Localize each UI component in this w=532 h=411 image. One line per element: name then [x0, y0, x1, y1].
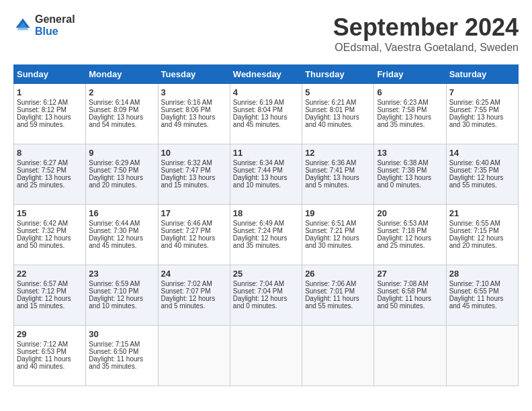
sunset-text: Sunset: 7:07 PM	[161, 287, 227, 295]
daylight-text: Daylight: 13 hours and 35 minutes.	[377, 113, 443, 128]
day-number: 7	[449, 87, 515, 97]
daylight-text: Daylight: 13 hours and 49 minutes.	[161, 113, 227, 128]
sunrise-text: Sunrise: 6:38 AM	[377, 159, 443, 167]
daylight-text: Daylight: 12 hours and 50 minutes.	[17, 234, 83, 249]
daylight-text: Daylight: 12 hours and 30 minutes.	[305, 234, 371, 249]
logo-icon	[13, 16, 32, 35]
daylight-text: Daylight: 11 hours and 55 minutes.	[305, 295, 371, 310]
day-number: 23	[89, 269, 154, 279]
sunrise-text: Sunrise: 6:12 AM	[17, 99, 83, 106]
day-number: 6	[377, 87, 443, 97]
sunset-text: Sunset: 6:55 PM	[449, 287, 515, 295]
day-number: 1	[17, 87, 83, 97]
daylight-text: Daylight: 12 hours and 20 minutes.	[449, 234, 515, 249]
calendar-cell	[230, 326, 302, 386]
calendar-cell: 11Sunrise: 6:34 AMSunset: 7:44 PMDayligh…	[230, 144, 302, 205]
calendar-table: Sunday Monday Tuesday Wednesday Thursday…	[13, 64, 519, 386]
sunrise-text: Sunrise: 7:02 AM	[161, 280, 227, 287]
calendar-cell: 19Sunrise: 6:51 AMSunset: 7:21 PMDayligh…	[302, 205, 374, 265]
day-number: 20	[377, 208, 443, 218]
sunrise-text: Sunrise: 7:06 AM	[305, 280, 371, 287]
sunset-text: Sunset: 7:12 PM	[17, 287, 83, 295]
sunset-text: Sunset: 6:53 PM	[17, 348, 83, 355]
calendar-week-1: 1Sunrise: 6:12 AMSunset: 8:12 PMDaylight…	[14, 84, 519, 144]
day-number: 16	[89, 208, 154, 218]
daylight-text: Daylight: 13 hours and 59 minutes.	[17, 113, 83, 128]
sunset-text: Sunset: 7:27 PM	[161, 227, 227, 234]
logo-general: General	[35, 13, 75, 26]
calendar-cell: 9Sunrise: 6:29 AMSunset: 7:50 PMDaylight…	[86, 144, 158, 205]
daylight-text: Daylight: 12 hours and 40 minutes.	[161, 234, 227, 249]
day-number: 19	[305, 208, 371, 218]
calendar-cell: 8Sunrise: 6:27 AMSunset: 7:52 PMDaylight…	[14, 144, 86, 205]
calendar-cell	[374, 326, 446, 386]
sunrise-text: Sunrise: 6:27 AM	[17, 159, 83, 167]
sunrise-text: Sunrise: 6:42 AM	[17, 220, 83, 227]
sunrise-text: Sunrise: 6:40 AM	[449, 159, 515, 167]
day-number: 17	[161, 208, 227, 218]
sunrise-text: Sunrise: 6:32 AM	[161, 159, 227, 167]
sunset-text: Sunset: 7:35 PM	[449, 167, 515, 174]
sunrise-text: Sunrise: 6:59 AM	[89, 280, 154, 287]
calendar-cell: 1Sunrise: 6:12 AMSunset: 8:12 PMDaylight…	[14, 84, 86, 144]
daylight-text: Daylight: 12 hours and 5 minutes.	[161, 295, 227, 310]
calendar-cell: 29Sunrise: 7:12 AMSunset: 6:53 PMDayligh…	[14, 326, 86, 386]
day-number: 30	[89, 329, 154, 339]
day-number: 27	[377, 269, 443, 279]
header-sunday: Sunday	[14, 65, 86, 84]
day-number: 21	[449, 208, 515, 218]
calendar-cell	[302, 326, 374, 386]
calendar-cell: 30Sunrise: 7:15 AMSunset: 6:50 PMDayligh…	[86, 326, 158, 386]
logo-blue: Blue	[35, 26, 75, 38]
calendar-week-2: 8Sunrise: 6:27 AMSunset: 7:52 PMDaylight…	[14, 144, 519, 205]
sunrise-text: Sunrise: 6:36 AM	[305, 159, 371, 167]
sunset-text: Sunset: 8:06 PM	[161, 106, 227, 113]
sunrise-text: Sunrise: 6:51 AM	[305, 220, 371, 227]
calendar-cell: 14Sunrise: 6:40 AMSunset: 7:35 PMDayligh…	[446, 144, 518, 205]
calendar-cell: 4Sunrise: 6:19 AMSunset: 8:04 PMDaylight…	[230, 84, 302, 144]
calendar-cell: 12Sunrise: 6:36 AMSunset: 7:41 PMDayligh…	[302, 144, 374, 205]
daylight-text: Daylight: 13 hours and 5 minutes.	[305, 174, 371, 189]
calendar-cell	[158, 326, 230, 386]
sunset-text: Sunset: 8:12 PM	[17, 106, 83, 113]
daylight-text: Daylight: 11 hours and 50 minutes.	[377, 295, 443, 310]
sunrise-text: Sunrise: 6:34 AM	[233, 159, 299, 167]
calendar-cell: 15Sunrise: 6:42 AMSunset: 7:32 PMDayligh…	[14, 205, 86, 265]
daylight-text: Daylight: 13 hours and 15 minutes.	[161, 174, 227, 189]
calendar-cell: 7Sunrise: 6:25 AMSunset: 7:55 PMDaylight…	[446, 84, 518, 144]
calendar-cell: 23Sunrise: 6:59 AMSunset: 7:10 PMDayligh…	[86, 265, 158, 326]
day-number: 11	[233, 148, 299, 158]
daylight-text: Daylight: 13 hours and 30 minutes.	[449, 113, 515, 128]
day-number: 4	[233, 87, 299, 97]
calendar-week-3: 15Sunrise: 6:42 AMSunset: 7:32 PMDayligh…	[14, 205, 519, 265]
day-number: 9	[89, 148, 154, 158]
daylight-text: Daylight: 13 hours and 54 minutes.	[89, 113, 154, 128]
day-number: 22	[17, 269, 83, 279]
sunrise-text: Sunrise: 7:08 AM	[377, 280, 443, 287]
calendar-cell: 10Sunrise: 6:32 AMSunset: 7:47 PMDayligh…	[158, 144, 230, 205]
sunrise-text: Sunrise: 6:57 AM	[17, 280, 83, 287]
header-friday: Friday	[374, 65, 446, 84]
daylight-text: Daylight: 13 hours and 10 minutes.	[233, 174, 299, 189]
sunrise-text: Sunrise: 6:14 AM	[89, 99, 154, 106]
location: OEdsmal, Vaestra Goetaland, Sweden	[333, 42, 519, 54]
page-header: General Blue September 2024 OEdsmal, Vae…	[13, 13, 519, 54]
sunrise-text: Sunrise: 6:16 AM	[161, 99, 227, 106]
sunrise-text: Sunrise: 6:21 AM	[305, 99, 371, 106]
calendar-week-5: 29Sunrise: 7:12 AMSunset: 6:53 PMDayligh…	[14, 326, 519, 386]
daylight-text: Daylight: 13 hours and 0 minutes.	[377, 174, 443, 189]
daylight-text: Daylight: 12 hours and 35 minutes.	[233, 234, 299, 249]
daylight-text: Daylight: 11 hours and 35 minutes.	[89, 355, 154, 370]
sunset-text: Sunset: 7:44 PM	[233, 167, 299, 174]
daylight-text: Daylight: 11 hours and 40 minutes.	[17, 355, 83, 370]
daylight-text: Daylight: 13 hours and 40 minutes.	[305, 113, 371, 128]
daylight-text: Daylight: 12 hours and 10 minutes.	[89, 295, 154, 310]
sunrise-text: Sunrise: 7:04 AM	[233, 280, 299, 287]
calendar-cell: 18Sunrise: 6:49 AMSunset: 7:24 PMDayligh…	[230, 205, 302, 265]
sunset-text: Sunset: 7:38 PM	[377, 167, 443, 174]
calendar-week-4: 22Sunrise: 6:57 AMSunset: 7:12 PMDayligh…	[14, 265, 519, 326]
sunset-text: Sunset: 6:50 PM	[89, 348, 154, 355]
calendar-cell: 6Sunrise: 6:23 AMSunset: 7:58 PMDaylight…	[374, 84, 446, 144]
sunset-text: Sunset: 7:30 PM	[89, 227, 154, 234]
calendar-cell: 16Sunrise: 6:44 AMSunset: 7:30 PMDayligh…	[86, 205, 158, 265]
